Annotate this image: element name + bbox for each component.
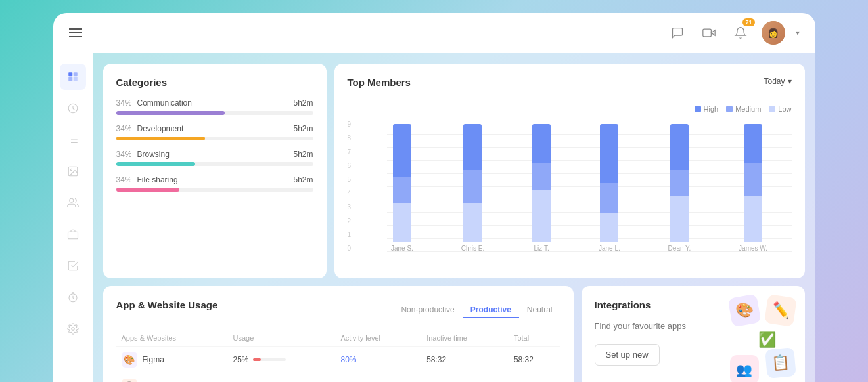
integration-icon-3: 📋 <box>765 347 796 379</box>
usage-pct: 25% <box>233 355 249 364</box>
tab-non-productive[interactable]: Non-productive <box>393 303 462 318</box>
bar-label: Liz T. <box>534 245 549 252</box>
bar-group: James W. <box>739 124 767 252</box>
bar-low <box>670 196 689 242</box>
bar-high <box>744 124 762 163</box>
category-row: 34% Browsing 5h2m <box>116 150 313 166</box>
sidebar <box>53 53 93 382</box>
today-dropdown[interactable]: Today ▾ <box>764 77 791 86</box>
bar-label: Chris E. <box>461 245 485 252</box>
bar-high <box>532 124 551 163</box>
bar-medium <box>600 183 618 213</box>
usage-table: Apps & Websites Usage Activity level Ina… <box>116 330 560 382</box>
app-usage-header: App & Website Usage Non-productive Produ… <box>116 299 560 321</box>
bar-medium <box>463 170 482 203</box>
bar-low <box>393 203 411 242</box>
avatar[interactable]: 👩 <box>762 21 785 45</box>
sidebar-item-timer[interactable] <box>60 284 86 310</box>
top-members-title: Top Members <box>348 77 411 88</box>
activity-level: 80% <box>340 355 356 364</box>
bottom-row: App & Website Usage Non-productive Produ… <box>103 286 805 382</box>
bar-high <box>600 124 618 183</box>
top-members-header: Top Members Today ▾ <box>348 77 792 98</box>
bar-chart: 0123456789 Jan <box>348 121 792 265</box>
bar-high <box>670 124 689 170</box>
menu-button[interactable] <box>69 28 82 37</box>
total-time: 58:32 <box>509 347 560 373</box>
usage-tbody: 🎨 Figma 25% 80% 58:32 58:32 💬 Slack <box>116 347 560 383</box>
svg-rect-2 <box>68 72 72 76</box>
y-axis: 0123456789 <box>348 121 352 252</box>
topbar: 71 👩 ▾ <box>53 13 815 53</box>
bar-medium <box>393 177 411 203</box>
svg-point-14 <box>70 169 72 170</box>
legend-low: Low <box>769 105 791 113</box>
tab-neutral[interactable]: Neutral <box>519 303 560 318</box>
inactive-time: 58:32 <box>421 347 509 373</box>
bar-low <box>532 190 551 242</box>
bar-group: Dean Y. <box>668 124 691 252</box>
total-time: 21:03 <box>509 373 560 383</box>
bar-low <box>744 196 762 242</box>
chat-icon[interactable] <box>667 22 688 43</box>
category-row: 34% Development 5h2m <box>116 124 313 140</box>
integrations-card: Integrations Find your favourite apps Se… <box>582 286 805 382</box>
app-usage-card: App & Website Usage Non-productive Produ… <box>103 286 574 382</box>
table-row: 🎨 Figma 25% 80% 58:32 58:32 <box>116 347 560 373</box>
svg-point-15 <box>69 198 73 202</box>
svg-marker-0 <box>711 30 715 35</box>
notification-count: 71 <box>742 18 754 26</box>
tab-productive[interactable]: Productive <box>463 303 519 318</box>
integration-icon-checkmark: ✅ <box>756 329 779 351</box>
svg-rect-3 <box>73 72 77 76</box>
categories-card: Categories 34% Communication 5h2m 34% De… <box>103 64 327 278</box>
sidebar-item-image[interactable] <box>60 158 86 184</box>
category-row: 34% Communication 5h2m <box>116 98 313 115</box>
notification-button[interactable]: 71 <box>730 22 751 43</box>
sidebar-item-tasks[interactable] <box>60 253 86 279</box>
legend-medium: Medium <box>726 105 761 113</box>
bar-medium <box>744 163 762 196</box>
bars-container: Jane S. Chris E. Liz T. Jane L. <box>367 134 792 252</box>
sidebar-item-users[interactable] <box>60 190 86 216</box>
bar-label: James W. <box>739 245 767 252</box>
inactive-time: 21:03 <box>421 373 509 383</box>
usage-tabs: Non-productive Productive Neutral <box>393 303 560 318</box>
svg-rect-1 <box>702 29 711 37</box>
app-usage-title: App & Website Usage <box>116 299 218 310</box>
top-row: Categories 34% Communication 5h2m 34% De… <box>103 64 805 278</box>
bar-high <box>393 124 411 177</box>
sidebar-item-projects[interactable] <box>60 221 86 247</box>
sidebar-item-clock[interactable] <box>60 95 86 121</box>
bar-low <box>600 213 618 242</box>
avatar-image: 👩 <box>762 21 785 45</box>
svg-rect-4 <box>68 77 72 81</box>
sidebar-item-reports[interactable] <box>60 127 86 153</box>
col-activity: Activity level <box>335 330 421 347</box>
integration-icon-4: 👥 <box>730 355 759 382</box>
col-usage: Usage <box>228 330 336 347</box>
setup-new-button[interactable]: Set up new <box>595 344 660 366</box>
app-icon: 💬 <box>122 379 137 382</box>
bar-group: Jane S. <box>391 124 413 252</box>
bar-group: Chris E. <box>461 124 485 252</box>
bar-low <box>463 203 482 242</box>
bar-medium <box>670 170 689 196</box>
svg-point-18 <box>71 328 74 331</box>
categories-list: 34% Communication 5h2m 34% Development 5… <box>116 98 313 192</box>
chart-legend: High Medium Low <box>348 105 792 113</box>
categories-title: Categories <box>116 77 313 88</box>
bar-label: Jane S. <box>391 245 413 252</box>
integration-icon-2: ✏️ <box>764 294 797 327</box>
video-icon[interactable] <box>698 22 720 43</box>
table-row: 💬 Slack 55% 70% 21:03 21:03 <box>116 373 560 383</box>
avatar-chevron[interactable]: ▾ <box>796 28 800 37</box>
integration-icon-1: 🎨 <box>727 294 761 328</box>
bar-label: Dean Y. <box>668 245 691 252</box>
col-apps: Apps & Websites <box>116 330 228 347</box>
main-layout: Categories 34% Communication 5h2m 34% De… <box>53 53 815 382</box>
sidebar-item-settings[interactable] <box>60 316 86 342</box>
topbar-right: 71 👩 ▾ <box>667 21 800 45</box>
bar-high <box>463 124 482 170</box>
sidebar-item-dashboard[interactable] <box>60 64 86 90</box>
